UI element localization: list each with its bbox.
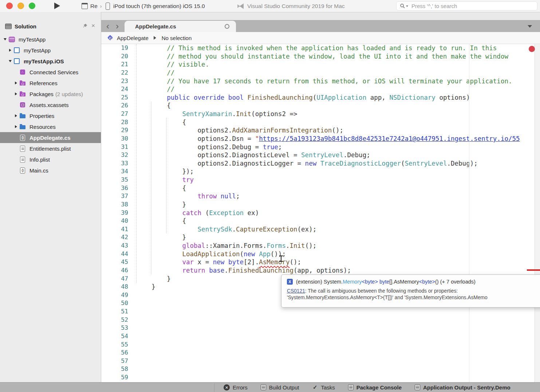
sidebar-item-properties[interactable]: Properties bbox=[0, 110, 101, 121]
line-number[interactable]: 39 bbox=[101, 209, 133, 217]
line-number[interactable]: 24 bbox=[101, 85, 133, 94]
tab-appdelegate[interactable]: AppDelegate.cs bbox=[125, 21, 236, 32]
error-code-link[interactable]: CS0121 bbox=[287, 288, 305, 294]
code-text: SentrySdk.CaptureException(ex); bbox=[133, 225, 316, 234]
sidebar-item-mytestapp[interactable]: myTestApp bbox=[0, 34, 101, 45]
code-text: options2.DiagnosticLogger = new TraceDia… bbox=[133, 159, 478, 168]
sidebar-item-appdelegate-cs[interactable]: AppDelegate.cs bbox=[0, 132, 101, 143]
statusbar-errors-button[interactable]: Errors bbox=[224, 384, 248, 391]
line-number[interactable]: 29 bbox=[101, 126, 133, 135]
line-number[interactable]: 59 bbox=[101, 373, 133, 382]
line-number[interactable]: 42 bbox=[101, 233, 133, 242]
line-number[interactable]: 57 bbox=[101, 357, 133, 365]
close-icon[interactable] bbox=[90, 22, 96, 29]
line-number[interactable]: 44 bbox=[101, 250, 133, 258]
line-number[interactable]: 27 bbox=[101, 110, 133, 118]
collapse-right-arrow-icon[interactable] bbox=[13, 125, 19, 128]
tab-overflow-chevron-icon[interactable] bbox=[528, 25, 532, 28]
line-number[interactable]: 38 bbox=[101, 201, 133, 209]
breadcrumb-class[interactable]: AppDelegate bbox=[117, 35, 149, 41]
run-button[interactable] bbox=[54, 3, 60, 9]
mouse-cursor bbox=[279, 255, 283, 262]
line-number[interactable]: 40 bbox=[101, 217, 133, 225]
configuration-selector[interactable]: Re › bbox=[82, 0, 102, 12]
code-text: var x = new byte[2].AsMemory(); bbox=[133, 258, 301, 266]
line-number[interactable]: 36 bbox=[101, 184, 133, 193]
line-number[interactable]: 34 bbox=[101, 167, 133, 176]
solution-icon bbox=[8, 36, 15, 43]
sidebar-item-packages[interactable]: Packages(2 updates) bbox=[0, 88, 101, 99]
collapse-right-arrow-icon[interactable] bbox=[13, 92, 19, 95]
close-window-button[interactable] bbox=[6, 3, 13, 9]
sidebar-item-mytestapp-ios[interactable]: myTestApp.iOS bbox=[0, 56, 101, 67]
line-number[interactable]: 45 bbox=[101, 258, 133, 266]
statusbar-tasks-button[interactable]: Tasks bbox=[312, 384, 335, 391]
collapse-right-arrow-icon[interactable] bbox=[7, 49, 13, 52]
sidebar-item-resources[interactable]: Resources bbox=[0, 121, 101, 132]
code-editor[interactable]: 19 // This method is invoked when the ap… bbox=[101, 44, 534, 382]
line-number[interactable]: 47 bbox=[101, 275, 133, 283]
sidebar-item-assets-xcassets[interactable]: Assets.xcassets bbox=[0, 99, 101, 110]
tab-bar: AppDelegate.cs bbox=[101, 20, 540, 32]
expand-down-arrow-icon[interactable] bbox=[2, 38, 8, 40]
code-text: // You have 17 seconds to return from th… bbox=[133, 77, 512, 86]
line-number[interactable]: 37 bbox=[101, 192, 133, 201]
collapse-right-arrow-icon[interactable] bbox=[13, 114, 19, 117]
sidebar-item-references[interactable]: References bbox=[0, 78, 101, 88]
line-number[interactable]: 46 bbox=[101, 266, 133, 275]
device-selector[interactable]: iPod touch (7th generation) iOS 15.0 bbox=[106, 0, 205, 12]
editor-scrollbar[interactable] bbox=[535, 44, 540, 382]
line-number[interactable]: 48 bbox=[101, 283, 133, 291]
line-number[interactable]: 21 bbox=[101, 60, 133, 69]
statusbar-application-output-sentry-demo-button[interactable]: Application Output - Sentry.Demo bbox=[415, 384, 511, 391]
sidebar-item-label: myTestApp bbox=[24, 47, 51, 54]
code-text: SentryXamarin.Init(options2 => bbox=[133, 110, 297, 118]
line-number[interactable]: 26 bbox=[101, 102, 133, 110]
navigate-forward-button[interactable] bbox=[113, 20, 122, 32]
pin-icon[interactable] bbox=[82, 23, 88, 29]
sidebar-item-main-cs[interactable]: Main.cs bbox=[0, 165, 101, 176]
sidebar-item-label: References bbox=[29, 80, 58, 86]
minimize-window-button[interactable] bbox=[17, 3, 24, 9]
line-number[interactable]: 49 bbox=[101, 291, 133, 300]
line-number[interactable]: 54 bbox=[101, 332, 133, 341]
statusbar-package-console-button[interactable]: Package Console bbox=[348, 384, 402, 391]
line-number[interactable]: 58 bbox=[101, 365, 133, 373]
pane-divider[interactable] bbox=[101, 12, 101, 382]
sidebar-item-info-plist[interactable]: Info.plist bbox=[0, 154, 101, 165]
sidebar-item-connected-services[interactable]: Connected Services bbox=[0, 67, 101, 78]
line-number[interactable]: 30 bbox=[101, 135, 133, 143]
navigate-back-button[interactable] bbox=[103, 20, 112, 32]
statusbar-build-output-button[interactable]: Build Output bbox=[261, 384, 299, 391]
line-number[interactable]: 32 bbox=[101, 151, 133, 159]
line-number[interactable]: 52 bbox=[101, 316, 133, 324]
expand-down-arrow-icon[interactable] bbox=[7, 60, 13, 62]
line-number[interactable]: 23 bbox=[101, 77, 133, 86]
zoom-window-button[interactable] bbox=[29, 3, 35, 9]
sidebar-item-entitlements-plist[interactable]: Entitlements.plist bbox=[0, 143, 101, 154]
breadcrumb-selection[interactable]: No selection bbox=[162, 35, 192, 41]
line-number[interactable]: 19 bbox=[101, 44, 133, 52]
line-number[interactable]: 25 bbox=[101, 94, 133, 102]
line-number[interactable]: 53 bbox=[101, 324, 133, 332]
line-number[interactable]: 35 bbox=[101, 176, 133, 184]
search-input[interactable]: Press '^,' to search bbox=[396, 1, 537, 11]
line-number[interactable]: 51 bbox=[101, 308, 133, 316]
sidebar-item-mytestapp[interactable]: myTestApp bbox=[0, 45, 101, 56]
line-number[interactable]: 41 bbox=[101, 225, 133, 234]
line-number[interactable]: 43 bbox=[101, 242, 133, 250]
code-text: throw null; bbox=[133, 192, 240, 201]
line-number[interactable]: 28 bbox=[101, 118, 133, 127]
line-number[interactable]: 55 bbox=[101, 341, 133, 349]
collapse-right-arrow-icon[interactable] bbox=[13, 82, 19, 84]
line-number[interactable]: 22 bbox=[101, 69, 133, 77]
line-number[interactable]: 33 bbox=[101, 159, 133, 168]
line-number[interactable]: 50 bbox=[101, 299, 133, 308]
line-number[interactable]: 20 bbox=[101, 52, 133, 61]
solution-tree: myTestAppmyTestAppmyTestApp.iOSConnected… bbox=[0, 34, 101, 176]
line-number[interactable]: 31 bbox=[101, 143, 133, 151]
tooltip-signature: (extension) System.Memory<byte> byte[].A… bbox=[287, 279, 540, 285]
modified-indicator-icon bbox=[225, 24, 229, 29]
code-text bbox=[133, 365, 136, 373]
line-number[interactable]: 56 bbox=[101, 349, 133, 357]
